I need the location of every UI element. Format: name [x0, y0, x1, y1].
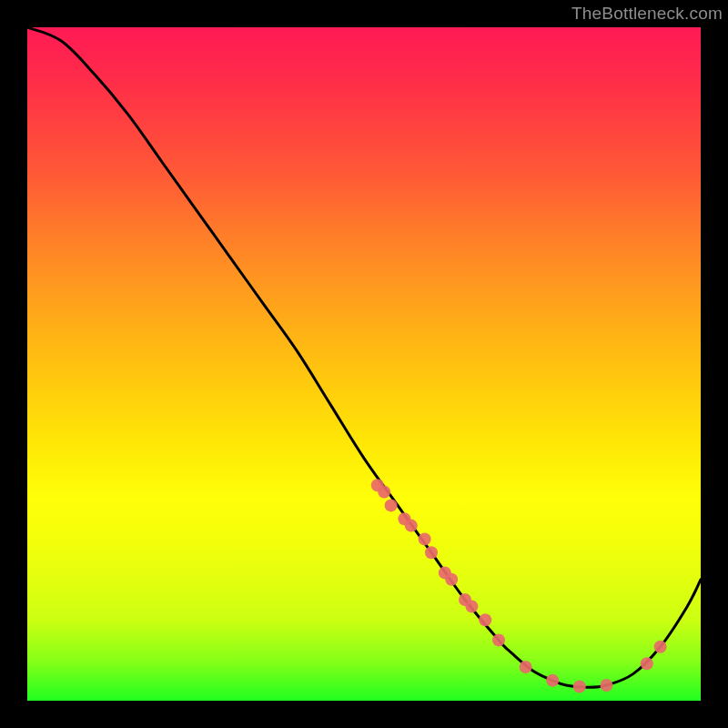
- data-point: [425, 546, 438, 559]
- data-point: [600, 679, 612, 692]
- plot-area: [27, 27, 701, 701]
- data-point: [378, 486, 390, 499]
- chart-container: TheBottleneck.com: [0, 0, 728, 728]
- data-point: [546, 674, 559, 687]
- data-point: [445, 573, 458, 586]
- watermark: TheBottleneck.com: [571, 4, 723, 24]
- data-point: [641, 657, 653, 670]
- data-point: [654, 641, 667, 653]
- data-point: [520, 661, 532, 673]
- curve-line: [27, 27, 701, 687]
- data-point: [385, 499, 398, 511]
- data-point: [573, 680, 586, 693]
- data-point: [465, 600, 478, 612]
- data-point: [405, 520, 418, 532]
- data-point: [419, 532, 431, 545]
- data-point: [479, 613, 491, 626]
- data-point: [492, 633, 505, 646]
- chart-svg: [27, 27, 701, 701]
